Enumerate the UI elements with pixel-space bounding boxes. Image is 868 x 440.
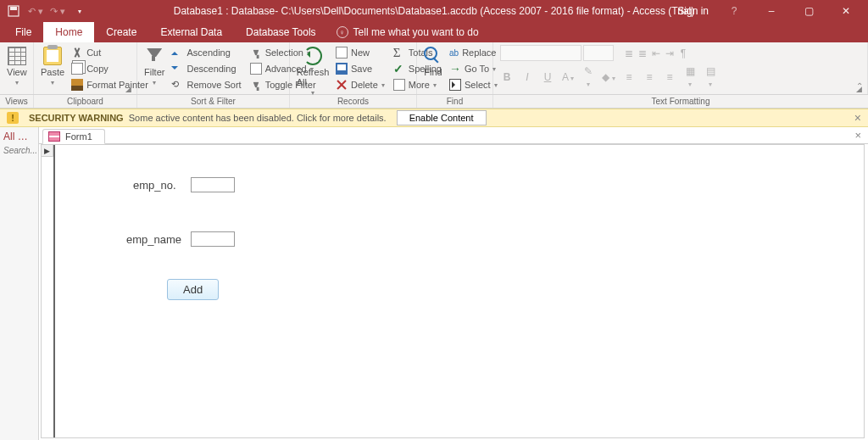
find-button[interactable]: Find (424, 45, 442, 77)
bullets-icon[interactable]: ≣ (622, 47, 636, 59)
ribbon-tabs: File Home Create External Data Database … (0, 22, 868, 42)
field-emp-no[interactable] (191, 177, 235, 192)
advanced-icon (250, 63, 262, 75)
align-center-icon[interactable]: ≡ (643, 71, 656, 83)
font-size-select[interactable] (583, 45, 614, 61)
filter-button[interactable]: Filter (144, 45, 164, 86)
find-icon (424, 47, 442, 65)
italic-button[interactable]: I (520, 71, 534, 83)
cut-icon (71, 47, 83, 58)
svg-rect-1 (10, 7, 17, 10)
new-label: New (351, 47, 370, 58)
window-title: Database1 : Database- C:\Users\Dell\Docu… (174, 5, 694, 17)
document-tab-form1[interactable]: Form1 (42, 129, 105, 144)
select-button[interactable]: Select (448, 77, 499, 92)
navpane-search[interactable]: Search...🔍 (3, 146, 35, 155)
remove-sort-button[interactable]: ⟲Remove Sort (170, 77, 242, 92)
redo-icon[interactable]: ↷ ▾ (49, 3, 66, 19)
label-emp-name: emp_name (126, 233, 181, 246)
security-close-icon[interactable]: × (854, 111, 861, 125)
security-message[interactable]: Some active content has been disabled. C… (129, 113, 387, 123)
select-label: Select (465, 80, 491, 90)
goto-icon: → (449, 63, 461, 75)
save-icon[interactable] (5, 3, 22, 19)
indent-inc-icon[interactable]: ⇥ (663, 47, 676, 59)
label-emp-no: emp_no. (133, 179, 176, 192)
restore-icon[interactable]: ▢ (797, 5, 821, 17)
tab-home[interactable]: Home (43, 22, 94, 42)
save-record-icon (336, 63, 348, 75)
group-label-find: Find (417, 95, 493, 108)
record-selector[interactable]: ▶ (42, 145, 53, 157)
view-button[interactable]: View (7, 45, 27, 86)
tab-external-data[interactable]: External Data (148, 22, 234, 42)
copy-label: Copy (86, 64, 108, 74)
goto-button[interactable]: →Go To (448, 61, 499, 76)
underline-button[interactable]: U (541, 71, 554, 83)
delete-record-button[interactable]: Delete (334, 77, 387, 92)
bold-button[interactable]: B (500, 71, 514, 83)
form-icon (48, 131, 60, 142)
rtl-icon[interactable]: ¶ (676, 47, 690, 59)
refresh-all-button[interactable]: Refresh All (297, 45, 329, 97)
brush-icon (71, 79, 83, 91)
undo-icon[interactable]: ↶ ▾ (27, 3, 44, 19)
document-close-icon[interactable]: × (854, 129, 861, 142)
paste-button[interactable]: Paste (41, 45, 64, 86)
descending-label: Descending (186, 64, 236, 74)
close-icon[interactable]: ✕ (834, 5, 858, 17)
indent-dec-icon[interactable]: ⇤ (649, 47, 663, 59)
sigma-icon: Σ (393, 47, 405, 58)
view-label: View (7, 67, 27, 77)
collapse-ribbon-icon[interactable]: ⌃ (856, 81, 863, 91)
add-button[interactable]: Add (167, 279, 219, 300)
save-record-button[interactable]: Save (334, 61, 387, 76)
remove-sort-icon: ⟲ (171, 79, 183, 91)
font-name-select[interactable] (500, 45, 581, 61)
ascending-button[interactable]: Ascending (170, 45, 242, 60)
navpane-header[interactable]: All … (3, 131, 35, 142)
refresh-all-label: Refresh All (297, 67, 330, 87)
tab-database-tools[interactable]: Database Tools (234, 22, 328, 42)
new-record-button[interactable]: New (334, 45, 387, 60)
shield-icon: ! (7, 112, 19, 124)
refresh-icon (303, 47, 322, 65)
gridlines-icon[interactable]: ▦ (683, 65, 697, 89)
tab-create[interactable]: Create (94, 22, 148, 42)
group-label-textfmt: Text Formatting (493, 95, 868, 108)
help-icon[interactable]: ? (722, 5, 746, 17)
selection-icon (252, 48, 260, 57)
delete-label: Delete (351, 80, 378, 90)
fill-color-button[interactable]: ◆ (602, 71, 615, 83)
security-warning-bar: ! SECURITY WARNING Some active content h… (0, 109, 868, 127)
copy-icon (71, 63, 83, 75)
numbering-icon[interactable]: ≣ (636, 47, 649, 59)
field-emp-name[interactable] (191, 231, 235, 247)
tell-me-label: Tell me what you want to do (353, 26, 479, 38)
document-area: Form1 × ▶ emp_no. emp_name Add (39, 127, 868, 440)
descending-button[interactable]: Descending (170, 61, 242, 76)
qat-customize-icon[interactable]: ▾ (71, 3, 88, 19)
group-label-views: Views (0, 95, 34, 108)
align-right-icon[interactable]: ≡ (663, 71, 676, 83)
replace-button[interactable]: abReplace (448, 45, 499, 60)
tab-file[interactable]: File (3, 22, 43, 42)
minimize-icon[interactable]: – (760, 5, 783, 17)
font-color-button[interactable]: A (561, 71, 575, 83)
ascending-label: Ascending (186, 47, 230, 58)
navigation-pane[interactable]: All … Search...🔍 (0, 127, 39, 440)
sort-asc-icon (171, 47, 183, 58)
enable-content-button[interactable]: Enable Content (397, 110, 487, 125)
tell-me-search[interactable]: ♀ Tell me what you want to do (328, 22, 479, 42)
alt-row-icon[interactable]: ▤ (704, 65, 717, 89)
document-tab-label: Form1 (65, 131, 92, 142)
check-icon: ✓ (393, 63, 405, 75)
delete-icon (336, 79, 348, 91)
align-left-icon[interactable]: ≡ (622, 71, 636, 83)
toggle-filter-icon (252, 81, 260, 89)
highlight-button[interactable]: ✎ (581, 65, 595, 89)
filter-label: Filter (144, 67, 164, 77)
clipboard-dialog-launcher-icon[interactable]: ◢ (125, 85, 131, 93)
more-icon (393, 79, 405, 91)
form-canvas: ▶ emp_no. emp_name Add (41, 144, 865, 438)
